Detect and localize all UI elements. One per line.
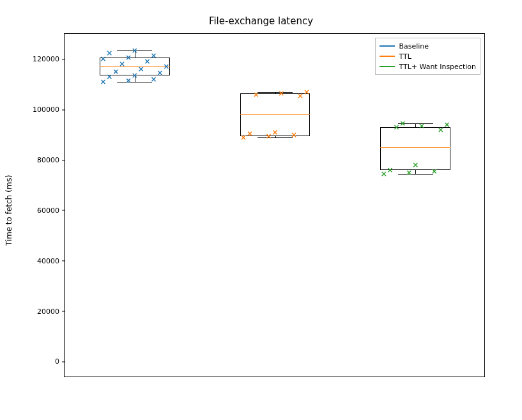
data-point: × (303, 88, 310, 96)
data-point: × (125, 77, 132, 84)
data-point: × (132, 72, 138, 79)
chart-title: File-exchange latency (0, 15, 522, 27)
data-point: × (106, 49, 112, 57)
legend: Baseline TTL TTL+ Want Inspection (375, 38, 480, 75)
data-point: × (132, 47, 138, 54)
data-point: × (138, 65, 144, 73)
data-point: × (393, 123, 399, 131)
data-point: × (444, 121, 450, 128)
y-tick: 100000 (33, 105, 65, 114)
legend-label: TTL+ Want Inspection (399, 63, 476, 71)
y-tick: 80000 (37, 156, 65, 164)
y-tick: 20000 (37, 307, 65, 315)
y-tick: 0 (55, 357, 65, 366)
data-point: × (297, 92, 303, 100)
data-point: × (125, 54, 132, 61)
median-line (240, 114, 311, 115)
data-point: × (157, 69, 163, 77)
median-line (380, 147, 450, 148)
data-point: × (412, 161, 418, 169)
y-axis-label: Time to fetch (ms) (4, 175, 13, 245)
plot-area: Baseline TTL TTL+ Want Inspection 020000… (64, 33, 485, 377)
data-point: × (266, 132, 272, 140)
data-point: × (240, 134, 247, 141)
data-point: × (150, 75, 157, 83)
data-point: × (278, 89, 284, 97)
whisker-cap (257, 137, 293, 138)
legend-item-baseline: Baseline (380, 41, 476, 51)
data-point: × (438, 126, 444, 134)
y-tick: 40000 (37, 256, 65, 265)
data-point: × (106, 73, 112, 81)
whisker-cap (257, 92, 293, 93)
legend-swatch-baseline (380, 45, 395, 47)
data-point: × (399, 120, 406, 127)
data-point: × (150, 52, 157, 59)
y-tick: 120000 (33, 55, 65, 63)
data-point: × (431, 167, 438, 175)
data-point: × (418, 122, 425, 130)
data-point: × (291, 131, 297, 139)
data-point: × (100, 55, 106, 63)
legend-swatch-ttl (380, 56, 395, 57)
data-point: × (381, 170, 387, 178)
median-line (100, 66, 170, 67)
whisker-cap (117, 82, 152, 82)
data-point: × (163, 63, 169, 70)
legend-label: Baseline (399, 42, 429, 51)
data-point: × (119, 60, 125, 68)
data-point: × (253, 91, 259, 98)
data-point: × (387, 166, 394, 174)
data-point: × (247, 130, 253, 137)
y-tick: 60000 (37, 206, 65, 214)
legend-swatch-ttlw (380, 66, 395, 67)
figure: File-exchange latency Time to fetch (ms)… (0, 0, 522, 420)
data-point: × (272, 128, 278, 136)
data-point: × (100, 78, 106, 86)
legend-label: TTL (399, 52, 411, 61)
legend-item-ttlw: TTL+ Want Inspection (380, 61, 476, 72)
whisker-cap (398, 174, 433, 175)
data-point: × (112, 68, 119, 75)
data-point: × (144, 58, 151, 65)
legend-item-ttl: TTL (380, 51, 476, 61)
data-point: × (406, 169, 412, 176)
